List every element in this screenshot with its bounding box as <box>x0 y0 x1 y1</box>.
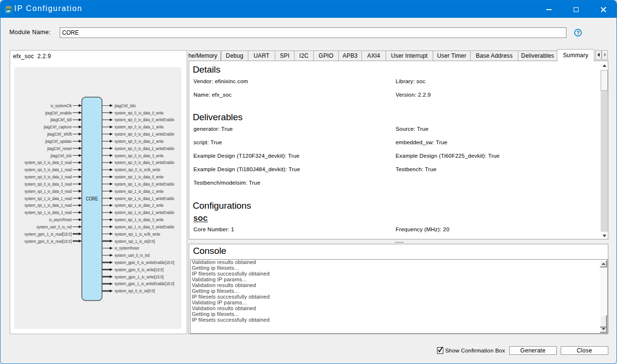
svg-text:system_spi_1_io_data_0_read: system_spi_1_io_data_0_read <box>25 189 72 194</box>
svg-text:io_asyncReset: io_asyncReset <box>49 217 72 222</box>
svg-text:jtagCtrl_reset: jtagCtrl_reset <box>47 146 72 151</box>
svg-text:system_spi_0_io_data_1_read: system_spi_0_io_data_1_read <box>25 167 72 172</box>
svg-text:system_gpio_0_io_writeEnable[1: system_gpio_0_io_writeEnable[15:0] <box>115 260 174 265</box>
svg-text:system_spi_1_io_data_2_write: system_spi_1_io_data_2_write <box>115 203 164 208</box>
svg-text:system_spi_0_io_data_2_write: system_spi_0_io_data_2_write <box>115 139 164 144</box>
svg-text:system_spi_1_io_data_1_writeEn: system_spi_1_io_data_1_writeEnable <box>115 196 174 201</box>
svg-text:system_spi_1_io_sclk_write: system_spi_1_io_sclk_write <box>115 232 160 237</box>
svg-text:system_gpio_0_io_write[15:0]: system_gpio_0_io_write[15:0] <box>115 267 164 272</box>
svg-text:system_uart_0_io_txd: system_uart_0_io_txd <box>115 253 150 258</box>
svg-text:system_gpio_0_io_read[15:0]: system_gpio_0_io_read[15:0] <box>25 239 72 244</box>
svg-text:jtagCtrl_tck: jtagCtrl_tck <box>50 153 72 158</box>
svg-text:system_spi_0_io_data_1_writeEn: system_spi_0_io_data_1_writeEnable <box>115 132 174 137</box>
svg-text:system_uart_0_io_rxd: system_uart_0_io_rxd <box>37 225 72 229</box>
svg-text:system_spi_1_io_data_3_writeEn: system_spi_1_io_data_3_writeEnable <box>115 225 174 229</box>
svg-text:system_spi_1_io_data_3_read: system_spi_1_io_data_3_read <box>25 210 72 215</box>
svg-text:system_spi_1_io_data_1_read: system_spi_1_io_data_1_read <box>25 196 72 201</box>
svg-text:system_spi_1_io_data_2_writeEn: system_spi_1_io_data_2_writeEnable <box>115 210 174 215</box>
svg-text:system_gpio_1_io_read[15:0]: system_gpio_1_io_read[15:0] <box>25 232 72 237</box>
svg-text:system_spi_0_io_data_0_writeEn: system_spi_0_io_data_0_writeEnable <box>115 117 174 122</box>
svg-text:system_spi_1_io_data_1_write: system_spi_1_io_data_1_write <box>115 189 164 194</box>
svg-text:system_spi_0_io_data_1_write: system_spi_0_io_data_1_write <box>115 125 164 129</box>
svg-text:jtagCtrl_update: jtagCtrl_update <box>45 139 72 144</box>
svg-text:io_systemClk: io_systemClk <box>51 103 72 108</box>
svg-text:system_spi_1_io_data_3_write: system_spi_1_io_data_3_write <box>115 217 164 222</box>
svg-text:system_spi_1_io_data_2_read: system_spi_1_io_data_2_read <box>25 203 72 208</box>
svg-text:system_spi_0_io_sclk_write: system_spi_0_io_sclk_write <box>115 167 160 172</box>
svg-text:system_spi_0_io_ss[0:0]: system_spi_0_io_ss[0:0] <box>115 289 155 293</box>
svg-text:system_spi_0_io_data_2_read: system_spi_0_io_data_2_read <box>25 175 72 179</box>
svg-text:system_spi_0_io_data_3_read: system_spi_0_io_data_3_read <box>25 182 72 187</box>
svg-text:system_spi_1_io_ss[0:0]: system_spi_1_io_ss[0:0] <box>115 239 155 244</box>
svg-text:system_spi_0_io_data_0_write: system_spi_0_io_data_0_write <box>115 111 164 115</box>
svg-text:system_spi_0_io_data_0_read: system_spi_0_io_data_0_read <box>25 160 72 165</box>
svg-text:IP: IP <box>7 9 11 13</box>
svg-text:jtagCtrl_tdo: jtagCtrl_tdo <box>114 103 136 108</box>
svg-text:system_gpio_1_io_write[15:0]: system_gpio_1_io_write[15:0] <box>115 275 164 279</box>
svg-text:system_spi_0_io_data_2_writeEn: system_spi_0_io_data_2_writeEnable <box>115 146 174 151</box>
svg-text:jtagCtrl_shift: jtagCtrl_shift <box>47 132 72 137</box>
svg-text:system_gpio_1_io_writeEnable[1: system_gpio_1_io_writeEnable[15:0] <box>115 281 174 286</box>
svg-text:jtagCtrl_capture: jtagCtrl_capture <box>43 125 72 129</box>
svg-text:io_systemReset: io_systemReset <box>115 246 140 251</box>
svg-text:jtagCtrl_enable: jtagCtrl_enable <box>45 111 72 115</box>
svg-text:jtagCtrl_tdi: jtagCtrl_tdi <box>50 117 72 122</box>
svg-text:system_spi_1_io_data_0_write: system_spi_1_io_data_0_write <box>115 175 164 179</box>
svg-text:CORE: CORE <box>86 196 98 201</box>
svg-text:system_spi_0_io_data_3_writeEn: system_spi_0_io_data_3_writeEnable <box>115 160 174 165</box>
svg-text:system_spi_1_io_data_0_writeEn: system_spi_1_io_data_0_writeEnable <box>115 182 174 187</box>
svg-text:system_spi_0_io_data_3_write: system_spi_0_io_data_3_write <box>115 153 164 158</box>
